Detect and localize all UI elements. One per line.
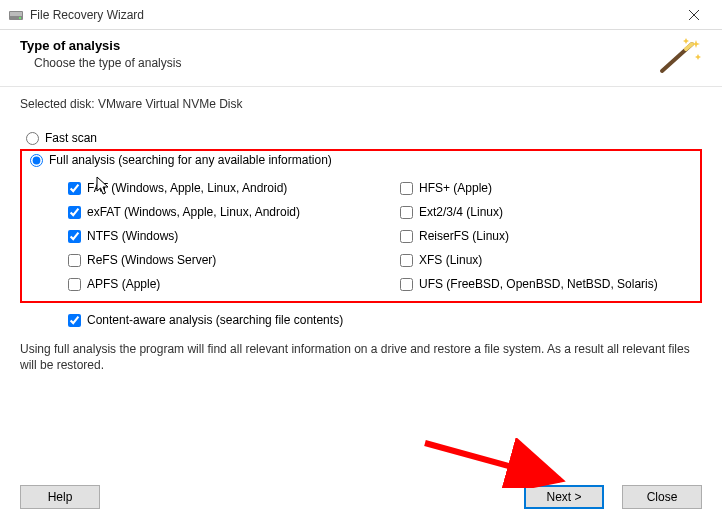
titlebar: File Recovery Wizard <box>0 0 722 30</box>
fast-scan-radio[interactable]: Fast scan <box>26 131 702 145</box>
full-analysis-radio-input[interactable] <box>30 154 43 167</box>
content-aware-label: Content-aware analysis (searching file c… <box>87 313 343 327</box>
app-icon <box>8 7 24 23</box>
description-text: Using full analysis the program will fin… <box>0 327 722 373</box>
fs-hfsplus[interactable]: HFS+ (Apple) <box>400 181 692 195</box>
annotation-arrow-icon <box>420 438 580 488</box>
content: Selected disk: VMware Virtual NVMe Disk … <box>0 89 722 327</box>
svg-point-2 <box>19 17 21 19</box>
page-subtitle: Choose the type of analysis <box>34 56 702 70</box>
svg-marker-9 <box>695 54 701 60</box>
fs-xfs[interactable]: XFS (Linux) <box>400 253 692 267</box>
full-analysis-radio[interactable]: Full analysis (searching for any availab… <box>30 153 692 167</box>
help-button[interactable]: Help <box>20 485 100 509</box>
fs-ntfs[interactable]: NTFS (Windows) <box>68 229 360 243</box>
fast-scan-radio-input[interactable] <box>26 132 39 145</box>
next-button[interactable]: Next > <box>524 485 604 509</box>
selected-disk-name: VMware Virtual NVMe Disk <box>98 97 242 111</box>
fs-exfat[interactable]: exFAT (Windows, Apple, Linux, Android) <box>68 205 360 219</box>
svg-line-6 <box>686 44 692 49</box>
content-aware-checkbox[interactable]: Content-aware analysis (searching file c… <box>68 313 702 327</box>
fs-reiserfs[interactable]: ReiserFS (Linux) <box>400 229 692 243</box>
fs-ext[interactable]: Ext2/3/4 (Linux) <box>400 205 692 219</box>
svg-marker-7 <box>692 40 700 48</box>
selected-disk-prefix: Selected disk: <box>20 97 98 111</box>
content-aware-input[interactable] <box>68 314 81 327</box>
selected-disk-label: Selected disk: VMware Virtual NVMe Disk <box>20 97 702 111</box>
svg-rect-1 <box>10 12 22 16</box>
page-title: Type of analysis <box>20 38 702 53</box>
fs-fat[interactable]: FAT (Windows, Apple, Linux, Android) <box>68 181 360 195</box>
header: Type of analysis Choose the type of anal… <box>0 30 722 80</box>
full-analysis-label: Full analysis (searching for any availab… <box>49 153 332 167</box>
filesystem-grid: FAT (Windows, Apple, Linux, Android) HFS… <box>30 171 692 295</box>
button-bar: Help Next > Close <box>0 485 722 509</box>
close-icon <box>689 10 699 20</box>
wizard-wand-icon <box>652 36 702 76</box>
full-analysis-highlight: Full analysis (searching for any availab… <box>20 149 702 303</box>
window-title: File Recovery Wizard <box>30 8 674 22</box>
fs-apfs[interactable]: APFS (Apple) <box>68 277 360 291</box>
svg-line-10 <box>425 443 560 480</box>
close-button[interactable]: Close <box>622 485 702 509</box>
fs-refs[interactable]: ReFS (Windows Server) <box>68 253 360 267</box>
svg-marker-8 <box>683 38 689 44</box>
fast-scan-label: Fast scan <box>45 131 97 145</box>
close-window-button[interactable] <box>674 0 714 30</box>
fs-ufs[interactable]: UFS (FreeBSD, OpenBSD, NetBSD, Solaris) <box>400 277 692 291</box>
